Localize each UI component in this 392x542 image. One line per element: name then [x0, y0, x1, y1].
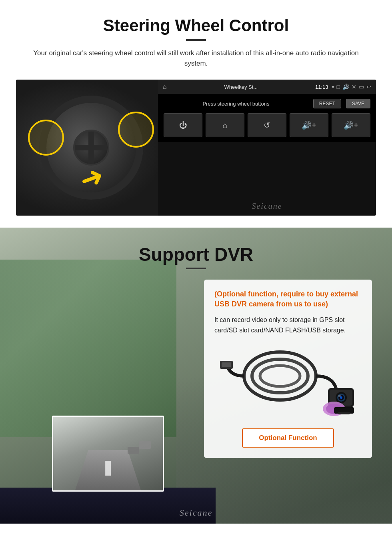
steering-wheel-photo: ➜ — [16, 80, 166, 216]
home-icon: ⌂ — [163, 83, 167, 90]
highlight-circle-right — [118, 112, 154, 148]
swc-title: Steering Wheel Control — [16, 16, 376, 35]
camera-icon: □ — [337, 84, 340, 90]
key-cell-vol-up[interactable]: 🔊+ — [290, 113, 328, 137]
sw-spoke-vertical — [88, 132, 94, 164]
volume-icon: 🔊 — [342, 84, 349, 90]
reset-button[interactable]: RESET — [313, 99, 341, 108]
svg-rect-15 — [338, 412, 350, 414]
highlight-circle-left — [28, 120, 64, 156]
save-button[interactable]: SAVE — [346, 99, 370, 108]
dvr-info-card: (Optional function, require to buy exter… — [204, 280, 372, 458]
close-icon: ✕ — [352, 84, 356, 90]
wifi-icon: ▾ — [332, 84, 334, 90]
dvr-description: It can record video only to storage in G… — [214, 315, 362, 335]
status-icons: ▾ □ 🔊 ✕ ▭ ↩ — [332, 84, 371, 90]
dvr-section: Support DVR (Optional function, require … — [0, 228, 392, 524]
dvr-camera-svg — [216, 344, 360, 420]
svg-point-13 — [340, 396, 342, 399]
dvr-camera-product-image — [214, 342, 362, 422]
android-topbar: ⌂ Wheelkey St... 11:13 ▾ □ 🔊 ✕ ▭ ↩ — [158, 80, 376, 94]
svg-point-2 — [260, 366, 300, 386]
back-icon: ↩ — [366, 84, 371, 90]
steering-wheel-section: Steering Wheel Control Your original car… — [0, 0, 392, 228]
dvr-green-overlay — [0, 260, 176, 437]
key-cell-home[interactable]: ⌂ — [206, 113, 244, 137]
dashboard-strip — [0, 488, 216, 524]
dvr-road-line — [105, 461, 111, 476]
optional-function-button[interactable]: Optional Function — [242, 428, 334, 448]
swc-title-divider — [186, 39, 206, 41]
swc-seicane-watermark: Seicane — [252, 202, 282, 211]
key-cell-vol-down[interactable]: 🔊+ — [332, 113, 370, 137]
app-name: Wheelkey St... — [170, 84, 312, 90]
android-time: 11:13 — [315, 84, 328, 90]
swc-image-block: ➜ ⌂ Wheelkey St... 11:13 ▾ □ 🔊 ✕ ▭ ↩ — [16, 80, 376, 216]
dvr-optional-text: (Optional function, require to buy exter… — [214, 289, 362, 309]
screen-icon: ▭ — [359, 84, 364, 90]
svg-rect-4 — [222, 362, 231, 367]
dvr-title-divider — [186, 268, 206, 269]
wheelkey-panel: Press steering wheel buttons RESET SAVE … — [158, 94, 376, 142]
android-screen: ⌂ Wheelkey St... 11:13 ▾ □ 🔊 ✕ ▭ ↩ Press… — [158, 80, 376, 216]
press-label: Press steering wheel buttons — [164, 101, 308, 107]
wheelkey-header: Press steering wheel buttons RESET SAVE — [164, 99, 370, 108]
key-cell-power[interactable]: ⏻ — [164, 113, 202, 137]
key-cell-back[interactable]: ↺ — [248, 113, 286, 137]
swc-description: Your original car's steering wheel contr… — [32, 48, 360, 68]
dvr-title: Support DVR — [0, 228, 392, 268]
dvr-camera-preview — [52, 416, 164, 492]
key-grid: ⏻ ⌂ ↺ 🔊+ 🔊+ — [164, 113, 370, 137]
dvr-seicane-watermark: Seicane — [180, 508, 212, 518]
